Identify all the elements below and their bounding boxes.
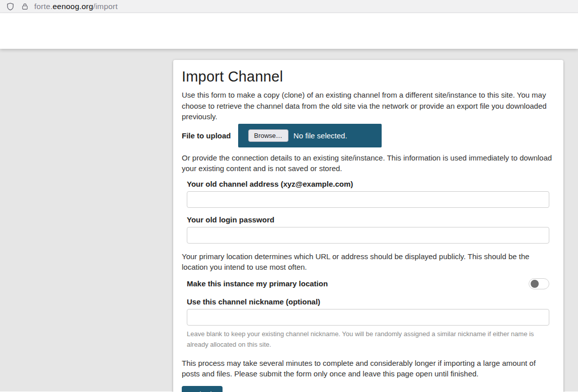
file-upload-label: File to upload bbox=[182, 131, 231, 140]
old-password-input[interactable] bbox=[187, 227, 549, 244]
primary-location-toggle-label: Make this instance my primary location bbox=[187, 279, 328, 288]
old-address-label: Your old channel address (xyz@example.co… bbox=[187, 180, 549, 188]
connection-intro-paragraph: Or provide the connection details to an … bbox=[182, 152, 554, 174]
page-title: Import Channel bbox=[182, 68, 554, 85]
nickname-input[interactable] bbox=[187, 309, 549, 326]
nickname-label: Use this channel nickname (optional) bbox=[187, 297, 549, 306]
nickname-group: Use this channel nickname (optional) Lea… bbox=[187, 297, 549, 350]
toggle-knob bbox=[531, 280, 539, 288]
old-address-group: Your old channel address (xyz@example.co… bbox=[187, 180, 549, 208]
primary-location-toggle[interactable] bbox=[529, 278, 549, 289]
old-password-group: Your old login password bbox=[187, 215, 549, 244]
url-text[interactable]: forte.eenoog.org/import bbox=[34, 2, 118, 11]
old-address-input[interactable] bbox=[187, 191, 549, 208]
intro-paragraph: Use this form to make a copy (clone) of … bbox=[182, 90, 554, 122]
url-domain: eenoog.org bbox=[53, 2, 93, 11]
primary-location-toggle-row: Make this instance my primary location bbox=[187, 278, 549, 289]
file-upload-status: No file selected. bbox=[294, 131, 347, 140]
nickname-help-text: Leave blank to keep your existing channe… bbox=[187, 329, 549, 350]
browse-button[interactable]: Browse… bbox=[248, 129, 288, 142]
file-upload-row: File to upload Browse… No file selected. bbox=[182, 124, 554, 147]
file-upload-input[interactable]: Browse… No file selected. bbox=[238, 124, 382, 147]
import-channel-card: Import Channel Use this form to make a c… bbox=[173, 60, 563, 392]
primary-location-note: Your primary location determines which U… bbox=[182, 251, 554, 273]
process-note-paragraph: This process may take several minutes to… bbox=[182, 358, 554, 379]
shield-icon[interactable] bbox=[6, 2, 15, 11]
url-path: /import bbox=[93, 2, 118, 11]
old-password-label: Your old login password bbox=[187, 215, 549, 224]
page-header-band bbox=[0, 13, 578, 49]
browser-url-toolbar: forte.eenoog.org/import bbox=[0, 0, 578, 13]
lock-icon[interactable] bbox=[21, 2, 29, 11]
page-body: Import Channel Use this form to make a c… bbox=[0, 49, 578, 391]
url-subdomain: forte. bbox=[34, 2, 53, 11]
submit-button[interactable]: Submit bbox=[182, 386, 223, 392]
